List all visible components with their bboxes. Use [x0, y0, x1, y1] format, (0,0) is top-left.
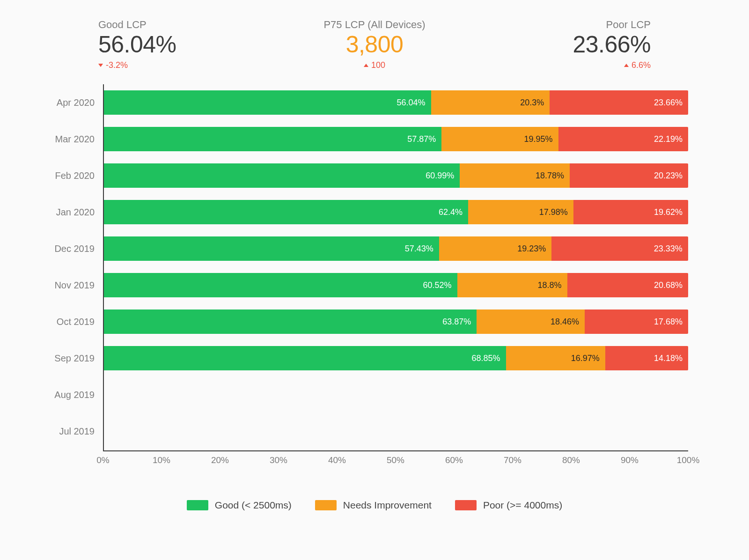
bar-segment-needs: 16.97%	[506, 346, 605, 370]
bar-segment-poor: 19.62%	[573, 200, 688, 224]
bar: 57.87%19.95%22.19%	[103, 127, 688, 151]
legend-swatch	[315, 500, 337, 510]
bar-segment-needs: 20.3%	[431, 90, 550, 115]
chart-row: Jul 2019	[103, 413, 688, 449]
arrow-down-icon	[98, 64, 103, 67]
y-axis-label: Apr 2020	[33, 97, 103, 108]
y-axis-label: Jan 2020	[33, 207, 103, 218]
bar-segment-needs: 17.98%	[468, 200, 573, 224]
y-axis-line	[103, 84, 104, 450]
bar: 57.43%19.23%23.33%	[103, 236, 688, 261]
y-axis-label: Aug 2019	[33, 390, 103, 400]
kpi-value: 56.04%	[98, 32, 176, 58]
bar-segment-good: 60.52%	[103, 273, 457, 297]
legend-label: Needs Improvement	[343, 500, 432, 511]
y-axis-label: Nov 2019	[33, 280, 103, 291]
legend-swatch	[187, 500, 208, 510]
bar-segment-poor: 14.18%	[605, 346, 688, 370]
chart-row: Sep 201968.85%16.97%14.18%	[103, 340, 688, 376]
bar-segment-needs: 19.23%	[439, 236, 551, 261]
x-axis-tick: 30%	[270, 455, 287, 465]
kpi-delta: -3.2%	[98, 60, 128, 70]
arrow-up-icon	[624, 64, 629, 67]
kpi-label: Poor LCP	[606, 19, 651, 31]
x-axis-tick: 0%	[96, 455, 109, 465]
bar: 63.87%18.46%17.68%	[103, 309, 688, 334]
legend-item-needs: Needs Improvement	[315, 500, 432, 511]
chart-row: Aug 2019	[103, 376, 688, 413]
bar-segment-good: 56.04%	[103, 90, 431, 115]
bar	[103, 419, 688, 443]
y-axis-label: Feb 2020	[33, 170, 103, 181]
legend-item-good: Good (< 2500ms)	[187, 500, 292, 511]
y-axis-label: Dec 2019	[33, 243, 103, 254]
legend-item-poor: Poor (>= 4000ms)	[455, 500, 562, 511]
bar-segment-needs: 18.46%	[477, 309, 585, 334]
x-axis-tick: 20%	[211, 455, 229, 465]
legend-label: Poor (>= 4000ms)	[483, 500, 562, 511]
bar-segment-good: 63.87%	[103, 309, 477, 334]
kpi-p75-lcp: P75 LCP (All Devices) 3,800 100	[323, 19, 425, 70]
bar-segment-poor: 23.33%	[551, 236, 688, 261]
bar: 60.52%18.8%20.68%	[103, 273, 688, 297]
kpi-delta-value: 100	[371, 60, 385, 70]
kpi-row: Good LCP 56.04% -3.2% P75 LCP (All Devic…	[33, 19, 716, 84]
y-axis-label: Jul 2019	[33, 426, 103, 437]
legend-label: Good (< 2500ms)	[215, 500, 292, 511]
x-axis-tick: 60%	[445, 455, 463, 465]
bar: 60.99%18.78%20.23%	[103, 163, 688, 188]
bar-segment-needs: 19.95%	[441, 127, 558, 151]
kpi-poor-lcp: Poor LCP 23.66% 6.6%	[573, 19, 651, 70]
x-axis-tick: 40%	[328, 455, 346, 465]
lcp-stacked-bar-chart: Apr 202056.04%20.3%23.66%Mar 202057.87%1…	[33, 84, 716, 474]
bar-segment-poor: 22.19%	[558, 127, 688, 151]
bar-segment-needs: 18.8%	[457, 273, 567, 297]
arrow-up-icon	[364, 64, 368, 67]
bar-segment-good: 68.85%	[103, 346, 506, 370]
chart-row: Jan 202062.4%17.98%19.62%	[103, 194, 688, 230]
x-axis-tick: 50%	[387, 455, 404, 465]
x-axis-tick: 90%	[621, 455, 639, 465]
kpi-delta: 6.6%	[624, 60, 651, 70]
chart-legend: Good (< 2500ms) Needs Improvement Poor (…	[33, 474, 716, 511]
bar-segment-poor: 20.23%	[570, 163, 688, 188]
chart-row: Feb 202060.99%18.78%20.23%	[103, 157, 688, 194]
chart-row: Apr 202056.04%20.3%23.66%	[103, 84, 688, 121]
kpi-delta-value: 6.6%	[632, 60, 651, 70]
chart-row: Nov 201960.52%18.8%20.68%	[103, 267, 688, 303]
y-axis-label: Mar 2020	[33, 134, 103, 145]
bar-segment-good: 57.43%	[103, 236, 439, 261]
kpi-label: P75 LCP (All Devices)	[323, 19, 425, 31]
bar-segment-good: 60.99%	[103, 163, 460, 188]
x-axis: 0%10%20%30%40%50%60%70%80%90%100%	[103, 450, 688, 474]
kpi-good-lcp: Good LCP 56.04% -3.2%	[98, 19, 176, 70]
chart-row: Oct 201963.87%18.46%17.68%	[103, 303, 688, 340]
kpi-value: 3,800	[346, 32, 404, 58]
x-axis-tick: 70%	[504, 455, 521, 465]
chart-row: Mar 202057.87%19.95%22.19%	[103, 121, 688, 157]
chart-row: Dec 201957.43%19.23%23.33%	[103, 230, 688, 267]
x-axis-tick: 100%	[677, 455, 700, 465]
bar-segment-good: 57.87%	[103, 127, 441, 151]
y-axis-label: Oct 2019	[33, 317, 103, 327]
x-axis-tick: 80%	[562, 455, 580, 465]
bar: 68.85%16.97%14.18%	[103, 346, 688, 370]
bar: 56.04%20.3%23.66%	[103, 90, 688, 115]
kpi-value: 23.66%	[573, 32, 651, 58]
kpi-delta: 100	[364, 60, 385, 70]
x-axis-tick: 10%	[153, 455, 170, 465]
bar-segment-poor: 20.68%	[567, 273, 689, 297]
kpi-label: Good LCP	[98, 19, 147, 31]
kpi-delta-value: -3.2%	[106, 60, 128, 70]
legend-swatch	[455, 500, 477, 510]
bar-segment-poor: 23.66%	[550, 90, 688, 115]
y-axis-label: Sep 2019	[33, 353, 103, 364]
bar-segment-good: 62.4%	[103, 200, 468, 224]
bar-segment-poor: 17.68%	[585, 309, 688, 334]
bar: 62.4%17.98%19.62%	[103, 200, 688, 224]
bar	[103, 383, 688, 407]
bar-segment-needs: 18.78%	[460, 163, 570, 188]
